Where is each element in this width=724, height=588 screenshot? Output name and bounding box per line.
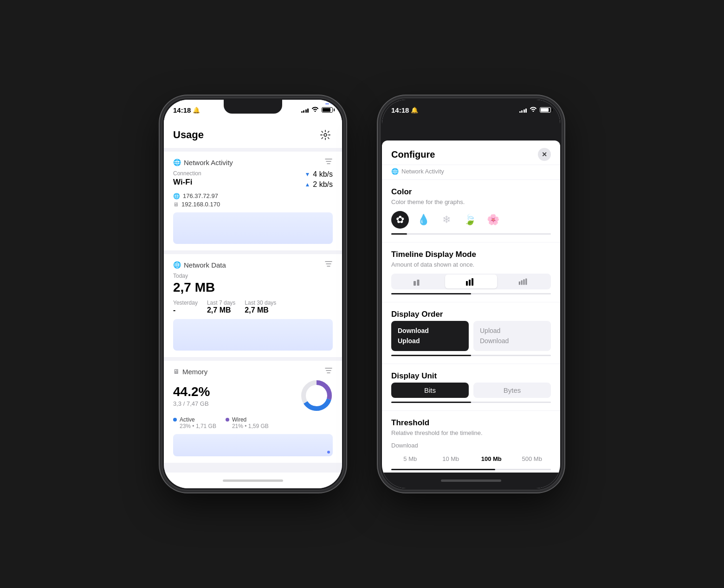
timeline-option-large[interactable] xyxy=(498,275,550,288)
legend-wired: Wired 21% • 1,59 GB xyxy=(226,416,269,429)
right-notch xyxy=(442,100,500,114)
dl-threshold-10mb[interactable]: 10 Mb xyxy=(432,453,470,465)
left-time-text: 14:18 xyxy=(173,106,191,114)
ip2-row: 🖥 192.168.0.170 xyxy=(173,201,333,208)
color-section: Color Color theme for the graphs. ✿ 💧 ❄ … xyxy=(382,180,560,243)
timeline-option-small[interactable] xyxy=(392,275,444,288)
network-data-graph xyxy=(173,319,333,351)
right-wifi-icon xyxy=(530,106,537,113)
dl-threshold-5mb[interactable]: 5 Mb xyxy=(391,453,429,465)
data-sub-row: Yesterday - Last 7 days 2,7 MB Last 30 d… xyxy=(173,300,333,314)
active-value: 23% • 1,71 GB xyxy=(180,423,216,429)
right-time-text: 14:18 xyxy=(391,106,409,114)
memory-row: 44.2% 3,3 / 7,47 GB xyxy=(173,379,333,412)
right-bell-icon: 🔔 xyxy=(411,107,418,114)
color-options: ✿ 💧 ❄ 🍃 🌸 xyxy=(391,211,551,229)
color-title: Color xyxy=(391,187,551,197)
left-bottom-bar xyxy=(164,473,342,488)
color-slider-track xyxy=(391,233,551,235)
right-signal-icon xyxy=(519,107,527,113)
left-notch xyxy=(224,100,282,114)
color-option-flower[interactable]: 🌸 xyxy=(484,211,502,229)
unit-option-bits[interactable]: Bits xyxy=(391,383,469,398)
ip-info: 🌐 176.37.72.97 🖥 192.168.0.170 xyxy=(173,192,333,208)
network-activity-title: 🌐 Network Activity xyxy=(173,159,233,166)
right-status-time: 14:18 🔔 xyxy=(391,106,418,114)
color-option-snow[interactable]: ❄ xyxy=(438,211,455,229)
timeline-option-medium[interactable] xyxy=(445,275,497,288)
settings-button[interactable] xyxy=(318,128,333,142)
yesterday-value: - xyxy=(173,306,198,314)
network-data-section: 🌐 Network Data Today 2,7 MB Yesterday - xyxy=(164,254,342,357)
memory-legend: Active 23% • 1,71 GB Wired 21% • 1,59 GB xyxy=(173,416,333,429)
color-option-water[interactable]: 💧 xyxy=(414,211,432,229)
display-order-section: Display Order DownloadUpload UploadDownl… xyxy=(382,302,560,364)
connection-info: Connection Wi-Fi xyxy=(173,170,201,187)
threshold-desc: Relative threshold for the timeline. xyxy=(391,429,551,436)
display-order-title: Display Order xyxy=(391,310,551,319)
order-option-download-first[interactable]: DownloadUpload xyxy=(391,321,469,351)
download-arrow-icon: ▼ xyxy=(304,171,310,178)
network-activity-filter-icon[interactable] xyxy=(324,158,333,166)
network-data-filter-icon[interactable] xyxy=(324,261,333,269)
left-signal-icon xyxy=(301,107,309,113)
timeline-slider-track xyxy=(391,293,551,294)
color-option-leaf[interactable]: 🍃 xyxy=(461,211,478,229)
speed-indicators: ▼ 4 kb/s ▲ 2 kb/s xyxy=(304,170,333,189)
right-battery-fill xyxy=(541,108,549,112)
memory-donut-chart xyxy=(300,379,333,412)
modal-overlay: Configure ✕ 🌐 Network Activity Color Col… xyxy=(382,120,560,473)
unit-bits-label: Bits xyxy=(424,386,436,394)
order-slider-track xyxy=(391,355,551,356)
upload-speed-value: 2 kb/s xyxy=(313,180,333,189)
ip1-row: 🌐 176.37.72.97 xyxy=(173,192,333,199)
memory-filter-icon[interactable] xyxy=(324,367,333,376)
modal-sheet[interactable]: Configure ✕ 🌐 Network Activity Color Col… xyxy=(382,141,560,473)
dl-threshold-500mb[interactable]: 500 Mb xyxy=(513,453,551,465)
dl-threshold-100mb[interactable]: 100 Mb xyxy=(472,453,511,465)
network-data-title: 🌐 Network Data xyxy=(173,261,226,269)
right-phone-inner: 14:18 🔔 xyxy=(382,100,560,488)
threshold-download-label: Download xyxy=(391,442,551,449)
timeline-title: Timeline Display Mode xyxy=(391,250,551,259)
unit-option-bytes[interactable]: Bytes xyxy=(473,383,551,398)
timeline-segment-control xyxy=(391,274,551,289)
left-home-indicator xyxy=(223,479,283,482)
color-option-black[interactable]: ✿ xyxy=(391,211,409,229)
signal-bar-2 xyxy=(303,110,304,113)
network-activity-section: 🌐 Network Activity Connection Wi-Fi xyxy=(164,152,342,250)
wired-dot xyxy=(226,418,229,422)
upload-arrow-icon: ▲ xyxy=(304,181,310,188)
memory-section: 🖥 Memory 44.2% 3,3 / 7,47 GB xyxy=(164,361,342,463)
memory-title-text: Memory xyxy=(182,368,207,376)
phones-container: 14:18 🔔 xyxy=(144,80,580,508)
usage-title: Usage xyxy=(173,129,204,141)
signal-bar-1 xyxy=(301,111,303,113)
left-phone-content[interactable]: Usage 🌐 Network Activity xyxy=(164,120,342,473)
globe-ip-icon: 🌐 xyxy=(173,193,180,199)
download-speed-row: ▼ 4 kb/s xyxy=(304,170,333,179)
router-ip-icon: 🖥 xyxy=(173,201,179,208)
network-data-title-text: Network Data xyxy=(184,261,226,269)
usage-header: Usage xyxy=(164,120,342,148)
memory-icon: 🖥 xyxy=(173,368,180,375)
last7-label: Last 7 days xyxy=(207,300,235,306)
network-activity-graph xyxy=(173,212,333,244)
memory-title: 🖥 Memory xyxy=(173,368,207,376)
last7-value: 2,7 MB xyxy=(207,306,235,314)
subtitle-globe-icon: 🌐 xyxy=(391,168,399,175)
right-phone: 14:18 🔔 xyxy=(381,98,562,490)
network-activity-title-text: Network Activity xyxy=(184,159,233,166)
last30-item: Last 30 days 2,7 MB xyxy=(245,300,276,314)
modal-header: Configure ✕ xyxy=(382,141,560,165)
close-button[interactable]: ✕ xyxy=(538,148,551,161)
memory-detail: 3,3 / 7,47 GB xyxy=(173,400,210,407)
unit-slider-fill xyxy=(391,402,471,403)
order-option-upload-first[interactable]: UploadDownload xyxy=(473,321,551,351)
ip1-value: 176.37.72.97 xyxy=(183,192,218,199)
timeline-desc: Amount of data shown at once. xyxy=(391,261,551,268)
left-battery-icon xyxy=(322,107,333,113)
svg-rect-16 xyxy=(469,280,471,286)
order-options: DownloadUpload UploadDownload xyxy=(391,321,551,351)
svg-rect-19 xyxy=(521,281,523,285)
